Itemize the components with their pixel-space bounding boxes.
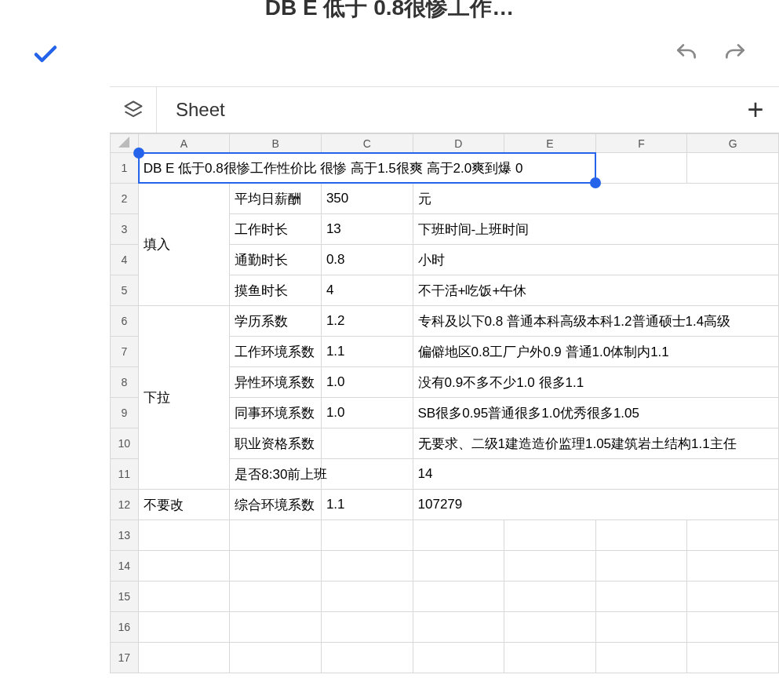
cell-C9[interactable]: 1.0 [321, 398, 413, 428]
cell-C11[interactable] [321, 459, 413, 490]
cell-B5[interactable]: 摸鱼时长 [230, 275, 322, 306]
row-header-14[interactable]: 14 [111, 551, 139, 582]
cell-C5[interactable]: 4 [321, 275, 413, 306]
row-header-1[interactable]: 1 [111, 153, 139, 184]
cell-D10[interactable]: 无要求、二级1建造造价监理1.05建筑岩土结构1.1主任 [413, 428, 778, 459]
row-1: 1 DB E 低于0.8很惨工作性价比 很惨 高于1.5很爽 高于2.0爽到爆 … [111, 153, 779, 184]
cell-A12[interactable]: 不要改 [138, 490, 230, 520]
row-header-7[interactable]: 7 [111, 337, 139, 367]
cell-B6[interactable]: 学历系数 [230, 306, 322, 337]
cell-D4[interactable]: 小时 [413, 245, 778, 275]
cell-A6[interactable]: 下拉 [138, 306, 230, 490]
redo-icon[interactable] [723, 41, 748, 69]
cell-F1[interactable] [595, 153, 687, 184]
row-2: 2 填入 平均日薪酬 350 元 [111, 184, 779, 214]
cell-D5[interactable]: 不干活+吃饭+午休 [413, 275, 778, 306]
row-12: 12 不要改 综合环境系数 1.1 107279 [111, 490, 779, 520]
sheet-tab-bar: Sheet + [110, 86, 779, 133]
cell-B10[interactable]: 职业资格系数 [230, 428, 322, 459]
row-header-17[interactable]: 17 [111, 643, 139, 673]
cell-D11[interactable]: 14 [413, 459, 778, 490]
cell-D3[interactable]: 下班时间-上班时间 [413, 214, 778, 245]
cell-B2[interactable]: 平均日薪酬 [230, 184, 322, 214]
cell-C6[interactable]: 1.2 [321, 306, 413, 337]
cell-C10[interactable] [321, 428, 413, 459]
grid-table: A B C D E F G 1 DB E 低于0.8很惨工作性价比 很惨 高于1… [110, 133, 779, 673]
cell-B9[interactable]: 同事环境系数 [230, 398, 322, 428]
cell-A13[interactable] [138, 520, 230, 551]
cell-C4[interactable]: 0.8 [321, 245, 413, 275]
row-header-13[interactable]: 13 [111, 520, 139, 551]
sheet-tab[interactable]: Sheet [157, 87, 244, 133]
layers-button[interactable] [110, 87, 157, 133]
row-header-15[interactable]: 15 [111, 582, 139, 612]
confirm-icon[interactable] [31, 39, 60, 71]
cell-text: DB E 低于0.8很惨工作性价比 很惨 高于1.5很爽 高于2.0爽到爆 0 [144, 161, 523, 176]
toolbar [0, 16, 779, 86]
col-header-E[interactable]: E [504, 134, 596, 153]
cell-B11[interactable]: 是否8:30前上班 [230, 459, 322, 490]
cell-A1[interactable]: DB E 低于0.8很惨工作性价比 很惨 高于1.5很爽 高于2.0爽到爆 0 [138, 153, 595, 184]
cell-A2[interactable]: 填入 [138, 184, 230, 306]
cell-C2[interactable]: 350 [321, 184, 413, 214]
col-header-G[interactable]: G [687, 134, 779, 153]
cell-D8[interactable]: 没有0.9不多不少1.0 很多1.1 [413, 367, 778, 398]
col-header-C[interactable]: C [321, 134, 413, 153]
row-header-9[interactable]: 9 [111, 398, 139, 428]
cell-D9[interactable]: SB很多0.95普通很多1.0优秀很多1.05 [413, 398, 778, 428]
cell-D6[interactable]: 专科及以下0.8 普通本科高级本科1.2普通硕士1.4高级 [413, 306, 778, 337]
spreadsheet[interactable]: A B C D E F G 1 DB E 低于0.8很惨工作性价比 很惨 高于1… [110, 133, 779, 673]
col-header-A[interactable]: A [138, 134, 230, 153]
row-header-16[interactable]: 16 [111, 612, 139, 643]
row-6: 6 下拉 学历系数 1.2 专科及以下0.8 普通本科高级本科1.2普通硕士1.… [111, 306, 779, 337]
cell-D12[interactable]: 107279 [413, 490, 778, 520]
row-17: 17 [111, 643, 779, 673]
col-header-D[interactable]: D [413, 134, 504, 153]
svg-marker-0 [125, 102, 141, 111]
row-13: 13 [111, 520, 779, 551]
col-header-B[interactable]: B [230, 134, 322, 153]
cell-B4[interactable]: 通勤时长 [230, 245, 322, 275]
cell-C12[interactable]: 1.1 [321, 490, 413, 520]
cell-C3[interactable]: 13 [321, 214, 413, 245]
row-header-6[interactable]: 6 [111, 306, 139, 337]
row-header-2[interactable]: 2 [111, 184, 139, 214]
row-header-8[interactable]: 8 [111, 367, 139, 398]
row-header-3[interactable]: 3 [111, 214, 139, 245]
row-header-12[interactable]: 12 [111, 490, 139, 520]
row-14: 14 [111, 551, 779, 582]
row-header-11[interactable]: 11 [111, 459, 139, 490]
top-bar: DB E 低于 0.8很惨工作… [0, 0, 779, 16]
cell-B8[interactable]: 异性环境系数 [230, 367, 322, 398]
column-header-row: A B C D E F G [111, 134, 779, 153]
document-title: DB E 低于 0.8很惨工作… [265, 0, 514, 23]
row-header-4[interactable]: 4 [111, 245, 139, 275]
cell-B12[interactable]: 综合环境系数 [230, 490, 322, 520]
row-header-5[interactable]: 5 [111, 275, 139, 306]
row-header-10[interactable]: 10 [111, 428, 139, 459]
cell-C8[interactable]: 1.0 [321, 367, 413, 398]
add-sheet-button[interactable]: + [732, 87, 779, 133]
cell-C7[interactable]: 1.1 [321, 337, 413, 367]
svg-marker-1 [118, 137, 129, 148]
cell-D7[interactable]: 偏僻地区0.8工厂户外0.9 普通1.0体制内1.1 [413, 337, 778, 367]
cell-B3[interactable]: 工作时长 [230, 214, 322, 245]
undo-icon[interactable] [674, 41, 699, 69]
cell-B7[interactable]: 工作环境系数 [230, 337, 322, 367]
cell-G1[interactable] [687, 153, 779, 184]
col-header-F[interactable]: F [595, 134, 687, 153]
row-15: 15 [111, 582, 779, 612]
row-16: 16 [111, 612, 779, 643]
